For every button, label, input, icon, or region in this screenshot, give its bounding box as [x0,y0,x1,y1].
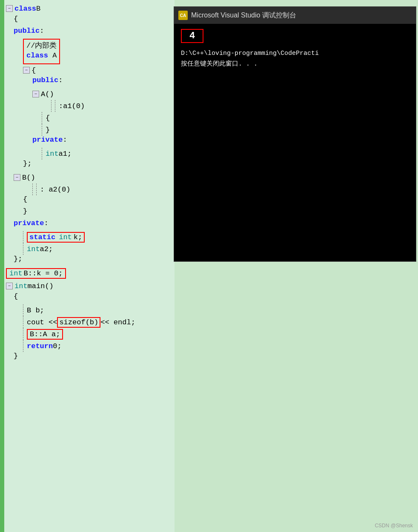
green-sidebar [0,0,4,532]
line-public1: public: [4,27,175,39]
line-class-a: class A [26,51,57,63]
line-int-bk: int B::k = 0; [4,267,175,280]
line-b-b: B b; [4,304,175,316]
line-int-a1: int a1; [4,148,175,160]
line-bka: B::A a; [4,328,175,340]
watermark: CSDN @Shensk [375,523,413,529]
line-brace-ctor-close: } [4,124,175,136]
line-int-main: − int main() [4,280,175,292]
code-content: − class B { public: //内部类 class A − { pu… [4,2,175,364]
line-brace-main-open: { [4,292,175,304]
collapse-main[interactable]: − [6,283,13,289]
line-private1: private: [4,136,175,148]
line-comment-inner: //内部类 [26,40,57,51]
line-cout: cout << sizeof(b) << endl; [4,316,175,328]
vs-output-area: 4 D:\C++\loving-programming\CodePracti 按… [174,24,416,73]
line-brace-b-open: { [4,195,175,207]
line-class-b: − class B [4,2,175,15]
line-brace-b-close-semi: }; [4,255,175,267]
output-value-box: 4 [181,29,203,43]
vs-icon: CA [178,11,188,20]
output-hint: 按任意键关闭此窗口. . . [181,60,409,68]
line-brace-a-open: − { [4,64,175,76]
collapse-ctor-b[interactable]: − [14,174,20,181]
line-init-a1: :a1(0) [4,100,175,112]
line-brace-main-close: } [4,352,175,364]
vs-debug-panel: CA Microsoft Visual Studio 调试控制台 4 D:\C+… [174,6,416,262]
output-path: D:\C++\loving-programming\CodePracti [181,50,409,57]
line-brace1: { [4,15,175,27]
line-brace-b-close: } [4,207,175,219]
line-return: return 0; [4,340,175,352]
collapse-ctor-a[interactable]: − [32,91,39,97]
line-brace-a-close-semi: }; [4,160,175,172]
line-static-int-k: static int k; [4,231,175,243]
line-public2: public: [4,76,175,88]
line-int-a2: int a2; [4,243,175,255]
highlight-inner-class: //内部类 class A [23,39,60,64]
line-constructor-a: − A() [4,88,175,100]
collapse-b[interactable]: − [6,5,13,12]
collapse-a[interactable]: − [23,67,30,74]
vs-title: Microsoft Visual Studio 调试控制台 [191,11,296,20]
vs-titlebar: CA Microsoft Visual Studio 调试控制台 [174,7,416,24]
line-brace-ctor-open: { [4,112,175,124]
line-constructor-b: − B() [4,172,175,183]
line-init-a2: : a2(0) [4,183,175,195]
line-private2: private: [4,219,175,231]
